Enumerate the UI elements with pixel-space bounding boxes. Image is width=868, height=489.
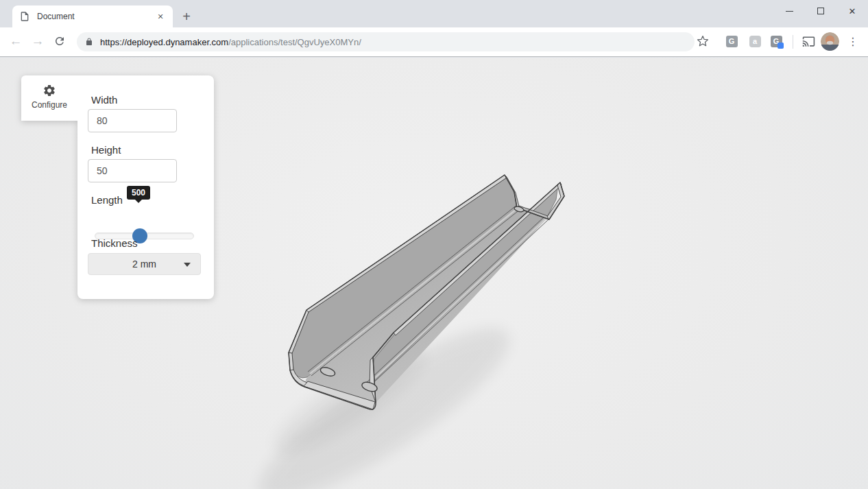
lock-icon [85,37,93,47]
thickness-label: Thickness [91,237,138,249]
tab-close-icon[interactable]: ✕ [155,11,166,22]
toolbar-separator [793,35,793,49]
reload-icon [53,35,66,47]
width-label: Width [91,94,117,106]
configure-tab-label: Configure [32,100,67,110]
extension-chat-button[interactable]: a [745,30,765,52]
chevron-down-icon [184,263,191,270]
browser-tab[interactable]: Document ✕ [12,5,173,27]
tab-configure[interactable]: Configure [21,75,77,121]
app-content: Configure Width Height Length 500 Thickn… [0,58,868,489]
close-button[interactable]: ✕ [836,0,868,22]
avatar-photo-icon [821,32,839,51]
gear-icon [43,84,56,97]
minimize-button[interactable] [773,0,805,22]
window-controls: ✕ [773,0,868,22]
url-bar[interactable]: https://deployed.dynamaker.com/applicati… [77,32,695,51]
url-host: https://deployed.dynamaker.com [100,37,228,47]
thickness-select[interactable]: 2 mm [88,253,201,275]
translate-extension-icon: G [771,36,782,47]
document-icon [19,11,30,22]
tab-title: Document [37,12,155,21]
reload-button[interactable] [49,29,70,53]
url-path: /applications/test/QgvUyeX0MYn/ [228,37,361,47]
minimize-icon [786,11,793,12]
cast-icon [802,35,815,48]
extension-g-button[interactable]: G [721,30,742,52]
browser-titlebar: Document ✕ + ✕ [0,0,868,27]
maximize-icon [817,8,824,14]
extension-translate-button[interactable]: G [766,30,786,52]
star-icon [697,35,709,47]
height-label: Height [91,144,121,156]
profile-avatar[interactable] [821,32,839,51]
cast-button[interactable] [798,30,819,52]
config-form: Width Height Length 500 Thickness 2 mm [77,75,214,299]
length-value-tooltip: 500 [127,186,150,200]
height-input[interactable] [88,159,177,182]
browser-menu-button[interactable]: ⋮ [843,30,863,52]
length-label: Length [91,194,123,206]
forward-button[interactable]: → [27,29,48,53]
url-text: https://deployed.dynamaker.com/applicati… [100,37,361,47]
back-button[interactable]: ← [5,29,26,53]
width-input[interactable] [88,109,177,132]
thickness-selected-value: 2 mm [132,259,156,270]
browser-toolbar: ← → https://deployed.dynamaker.com/appli… [0,27,868,57]
bookmark-star-button[interactable] [692,30,713,52]
g-extension-icon: G [726,36,738,47]
chat-extension-icon: a [749,36,761,47]
new-tab-button[interactable]: + [177,8,196,26]
browser-window: Document ✕ + ✕ ← → https://deployed.dyna… [0,0,868,489]
maximize-button[interactable] [805,0,836,22]
